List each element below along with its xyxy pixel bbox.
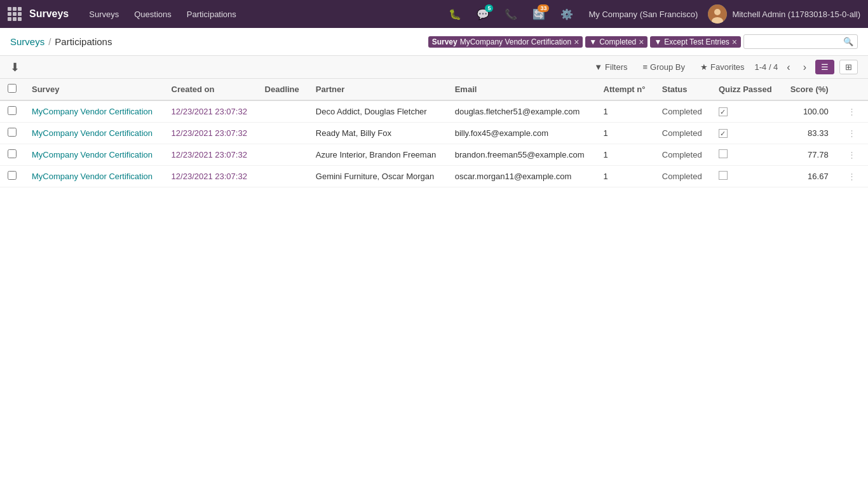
search-input[interactable] bbox=[748, 37, 843, 46]
activity-badge: 33 bbox=[538, 4, 549, 12]
row-created-0: 12/23/2021 23:07:32 bbox=[164, 100, 257, 123]
row-kebab-0[interactable]: ⋮ bbox=[836, 100, 868, 123]
row-kebab-3[interactable]: ⋮ bbox=[836, 166, 868, 187]
row-created-1: 12/23/2021 23:07:32 bbox=[164, 123, 257, 144]
row-attempt-1: 1 bbox=[596, 123, 654, 144]
top-navigation: Surveys Surveys Questions Participations… bbox=[0, 0, 868, 28]
row-kebab-2[interactable]: ⋮ bbox=[836, 144, 868, 166]
svg-point-1 bbox=[714, 9, 721, 15]
filter-tag-except-value: Except Test Entries bbox=[664, 37, 729, 46]
table-header-row: Survey Created on Deadline Partner Email… bbox=[0, 79, 868, 100]
table-row: MyCompany Vendor Certification 12/23/202… bbox=[0, 100, 868, 123]
quizz-checkbox-0 bbox=[719, 107, 728, 116]
phone-icon-btn[interactable]: 📞 bbox=[499, 6, 522, 23]
header-survey: Survey bbox=[24, 79, 164, 100]
breadcrumb-bar: Surveys / Participations Survey MyCompan… bbox=[0, 28, 868, 56]
survey-link-0[interactable]: MyCompany Vendor Certification bbox=[32, 107, 153, 116]
filter-tag-except-close[interactable]: × bbox=[732, 37, 737, 46]
row-partner-2: Azure Interior, Brandon Freeman bbox=[308, 144, 447, 166]
activity-icon-btn[interactable]: 🔄 33 bbox=[527, 6, 550, 23]
row-created-2: 12/23/2021 23:07:32 bbox=[164, 144, 257, 166]
row-survey-3: MyCompany Vendor Certification bbox=[24, 166, 164, 187]
row-quizz-2 bbox=[711, 144, 782, 166]
header-quizz-passed: Quizz Passed bbox=[711, 79, 782, 100]
favorites-label: Favorites bbox=[710, 62, 744, 72]
nav-participations[interactable]: Participations bbox=[182, 7, 241, 22]
survey-link-1[interactable]: MyCompany Vendor Certification bbox=[32, 128, 153, 138]
filter-tag-except-icon: ▼ bbox=[654, 37, 661, 46]
row-checkbox-cell-2[interactable] bbox=[0, 144, 24, 166]
table-row: MyCompany Vendor Certification 12/23/202… bbox=[0, 123, 868, 144]
row-status-3: Completed bbox=[654, 166, 711, 187]
quizz-checkbox-3 bbox=[719, 171, 728, 180]
select-all-checkbox[interactable] bbox=[8, 84, 17, 93]
toolbar: ⬇ ▼ Filters ≡ Group By ★ Favorites 1-4 /… bbox=[0, 56, 868, 79]
row-quizz-0 bbox=[711, 100, 782, 123]
row-email-0: douglas.fletcher51@example.com bbox=[447, 100, 596, 123]
header-status: Status bbox=[654, 79, 711, 100]
view-kanban-button[interactable]: ⊞ bbox=[839, 60, 858, 74]
toolbar-right: ▼ Filters ≡ Group By ★ Favorites 1-4 / 4… bbox=[589, 60, 858, 74]
header-email: Email bbox=[447, 79, 596, 100]
filter-tag-completed-value: Completed bbox=[599, 37, 636, 46]
pagination-next[interactable]: › bbox=[799, 60, 810, 74]
row-deadline-1 bbox=[257, 123, 308, 144]
filter-tag-completed: ▼ Completed × bbox=[585, 36, 648, 48]
download-icon[interactable]: ⬇ bbox=[10, 60, 20, 74]
groupby-icon: ≡ bbox=[643, 62, 648, 72]
table-body: MyCompany Vendor Certification 12/23/202… bbox=[0, 100, 868, 187]
toolbar-left: ⬇ bbox=[10, 60, 20, 74]
filter-tag-survey: Survey MyCompany Vendor Certification × bbox=[428, 36, 583, 48]
survey-link-3[interactable]: MyCompany Vendor Certification bbox=[32, 172, 153, 181]
bug-icon-btn[interactable]: 🐛 bbox=[444, 6, 466, 23]
settings-icon-btn[interactable]: ⚙️ bbox=[555, 6, 578, 23]
row-menu-3[interactable]: ⋮ bbox=[844, 170, 860, 182]
row-quizz-3 bbox=[711, 166, 782, 187]
filter-tag-completed-close[interactable]: × bbox=[639, 37, 644, 46]
search-icon[interactable]: 🔍 bbox=[843, 37, 853, 46]
row-status-2: Completed bbox=[654, 144, 711, 166]
row-email-3: oscar.morgan11@example.com bbox=[447, 166, 596, 187]
user-avatar[interactable] bbox=[708, 4, 727, 24]
row-checkbox-cell-0[interactable] bbox=[0, 100, 24, 123]
app-title: Surveys bbox=[29, 8, 69, 20]
row-checkbox-2[interactable] bbox=[8, 149, 17, 158]
row-checkbox-0[interactable] bbox=[8, 106, 17, 115]
search-filter-area: Survey MyCompany Vendor Certification × … bbox=[428, 34, 858, 49]
row-partner-3: Gemini Furniture, Oscar Morgan bbox=[308, 166, 447, 187]
breadcrumb-parent[interactable]: Surveys bbox=[10, 36, 44, 47]
row-attempt-3: 1 bbox=[596, 166, 654, 187]
filters-button[interactable]: ▼ Filters bbox=[589, 60, 632, 74]
filter-tag-survey-close[interactable]: × bbox=[574, 37, 579, 46]
row-survey-0: MyCompany Vendor Certification bbox=[24, 100, 164, 123]
view-list-button[interactable]: ☰ bbox=[815, 60, 834, 74]
row-checkbox-1[interactable] bbox=[8, 128, 17, 137]
row-menu-2[interactable]: ⋮ bbox=[844, 149, 860, 161]
row-checkbox-cell-1[interactable] bbox=[0, 123, 24, 144]
row-attempt-0: 1 bbox=[596, 100, 654, 123]
row-checkbox-cell-3[interactable] bbox=[0, 166, 24, 187]
company-name: My Company (San Francisco) bbox=[588, 10, 698, 19]
row-checkbox-3[interactable] bbox=[8, 171, 17, 180]
quizz-checkbox-2 bbox=[719, 149, 728, 158]
header-created-on: Created on bbox=[164, 79, 257, 100]
survey-link-2[interactable]: MyCompany Vendor Certification bbox=[32, 150, 153, 159]
filter-tag-survey-label: Survey bbox=[432, 37, 458, 46]
row-kebab-1[interactable]: ⋮ bbox=[836, 123, 868, 144]
row-menu-1[interactable]: ⋮ bbox=[844, 127, 860, 139]
row-score-1: 83.33 bbox=[782, 123, 836, 144]
pagination-prev[interactable]: ‹ bbox=[783, 60, 794, 74]
quizz-checkbox-1 bbox=[719, 129, 728, 138]
favorites-button[interactable]: ★ Favorites bbox=[695, 60, 749, 74]
row-deadline-2 bbox=[257, 144, 308, 166]
chat-icon-btn[interactable]: 💬 5 bbox=[471, 6, 494, 23]
header-select-all[interactable] bbox=[0, 79, 24, 100]
row-menu-0[interactable]: ⋮ bbox=[844, 105, 860, 118]
header-partner: Partner bbox=[308, 79, 447, 100]
app-grid-icon[interactable] bbox=[8, 7, 22, 21]
groupby-button[interactable]: ≡ Group By bbox=[638, 60, 691, 74]
groupby-label: Group By bbox=[650, 62, 685, 72]
search-box[interactable]: 🔍 bbox=[743, 34, 858, 49]
nav-questions[interactable]: Questions bbox=[129, 7, 177, 22]
nav-surveys[interactable]: Surveys bbox=[84, 7, 124, 22]
